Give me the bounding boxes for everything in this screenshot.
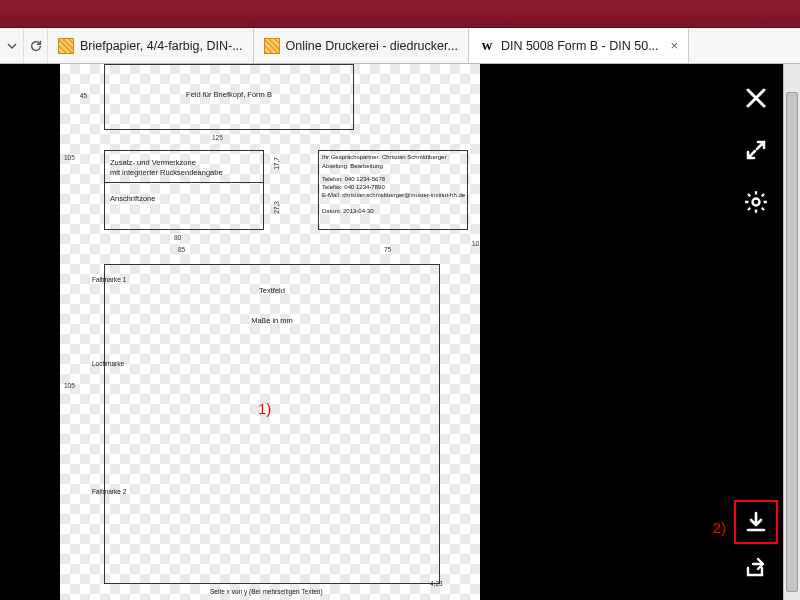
dim-45: 45: [80, 92, 87, 99]
zusatz-line1: Zusatz- und Vermerkzone: [110, 158, 196, 167]
image-viewer: Feld für Briefkopf, Form B 45 125 Zusatz…: [0, 64, 800, 600]
anschrift-label: Anschriftzone: [110, 194, 155, 203]
info-line6: Datum: 2013-04-30: [322, 208, 374, 215]
textfield-box: [104, 264, 440, 584]
dim-105-bottom: 105: [64, 382, 75, 389]
tab-label: Briefpapier, 4/4-farbig, DIN-...: [80, 39, 243, 53]
faltmarke1-label: Faltmarke 1: [92, 276, 126, 284]
fullscreen-button[interactable]: [742, 136, 770, 164]
reload-button[interactable]: [24, 28, 48, 63]
tab-label: Online Druckerei - diedrucker...: [286, 39, 458, 53]
share-button[interactable]: [742, 554, 770, 582]
dim-85: 85: [178, 246, 185, 253]
dim-80: 80: [174, 234, 181, 241]
close-viewer-button[interactable]: [742, 84, 770, 112]
annotation-1: 1): [258, 400, 271, 417]
header-field-label: Feld für Briefkopf, Form B: [104, 90, 354, 99]
close-tab-icon[interactable]: ×: [671, 38, 679, 53]
address-divider: [104, 182, 264, 183]
annotation-2: 2): [713, 519, 726, 536]
din5008-diagram: Feld für Briefkopf, Form B 45 125 Zusatz…: [60, 64, 480, 600]
textfield-label: Textfeld: [104, 286, 440, 295]
footer-label: Seite x von y (Bei mehrseitigen Texten): [210, 588, 323, 596]
info-line1: Ihr Gesprächspartner: Christian Schmidtb…: [322, 154, 446, 161]
info-line2: Abteilung: Bearbeitung: [322, 163, 383, 170]
info-line4: Telefax: 040 1234-7890: [322, 184, 385, 191]
nav-dropdown[interactable]: [0, 28, 24, 63]
viewer-actions-top: [742, 84, 770, 216]
masse-label: Maße in mm: [104, 316, 440, 325]
window-titlebar: [0, 0, 800, 28]
zusatz-line2: mit integrierter Rücksendeangabe: [110, 168, 223, 177]
tab-label: DIN 5008 Form B - DIN 50...: [501, 39, 659, 53]
info-line5: E-Mail: christian.schmidtberger@muster-i…: [322, 192, 465, 199]
dim-125: 125: [212, 134, 223, 141]
viewer-actions-bottom: [742, 508, 770, 582]
info-line3: Telefon: 040 1234-5678: [322, 176, 385, 183]
svg-point-0: [753, 199, 760, 206]
favicon-icon: [58, 38, 74, 54]
tab-briefpapier[interactable]: Briefpapier, 4/4-farbig, DIN-...: [48, 28, 254, 63]
vertical-scrollbar[interactable]: [783, 64, 800, 600]
settings-button[interactable]: [742, 188, 770, 216]
wikipedia-icon: W: [479, 38, 495, 54]
download-button[interactable]: [742, 508, 770, 536]
tab-druckerei[interactable]: Online Druckerei - diedrucker...: [254, 28, 469, 63]
faltmarke2-label: Faltmarke 2: [92, 488, 126, 496]
tab-wikipedia[interactable]: W DIN 5008 Form B - DIN 50... ×: [469, 28, 689, 63]
document-preview[interactable]: Feld für Briefkopf, Form B 45 125 Zusatz…: [60, 64, 480, 600]
scrollbar-thumb[interactable]: [786, 92, 798, 592]
lochmarke-label: Lochmarke: [92, 360, 124, 368]
dim-4-23: 4,23: [430, 580, 443, 587]
dim-105-top: 105: [64, 154, 75, 161]
dim-10: 10: [472, 240, 479, 247]
favicon-icon: [264, 38, 280, 54]
tab-bar: Briefpapier, 4/4-farbig, DIN-... Online …: [0, 28, 800, 64]
dim-17-7: 17,7: [273, 157, 280, 170]
dim-75: 75: [384, 246, 391, 253]
dim-27-3: 27,3: [273, 201, 280, 214]
